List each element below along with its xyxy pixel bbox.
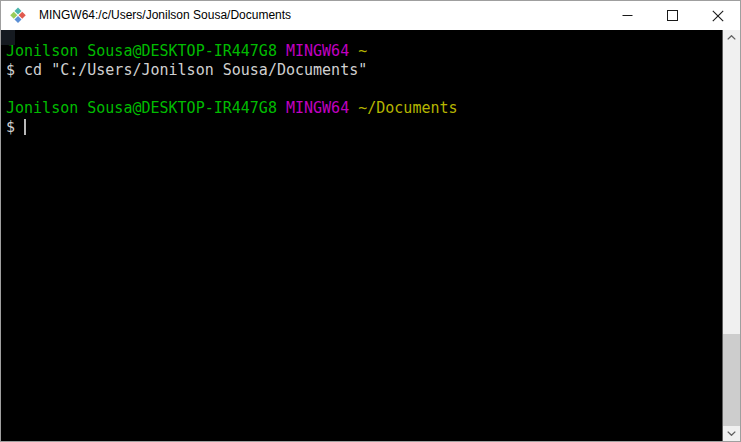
faint-artifact: [1, 30, 15, 45]
maximize-icon: [667, 10, 678, 21]
scrollbar-down-button[interactable]: [723, 426, 740, 441]
chevron-up-icon: [727, 35, 736, 40]
terminal-body: Jonilson Sousa@DESKTOP-IR447G8 MINGW64 ~…: [1, 30, 740, 441]
terminal-line: [6, 80, 722, 99]
terminal-text-segment: MINGW64: [286, 42, 358, 60]
scrollbar[interactable]: [722, 30, 740, 441]
chevron-down-icon: [727, 431, 736, 436]
terminal-output[interactable]: Jonilson Sousa@DESKTOP-IR447G8 MINGW64 ~…: [1, 30, 722, 441]
maximize-button[interactable]: [650, 1, 695, 30]
msys-diamond-icon: [10, 7, 27, 24]
window-controls: [605, 1, 740, 30]
titlebar[interactable]: MINGW64:/c/Users/Jonilson Sousa/Document…: [1, 1, 740, 30]
terminal-text-segment: ~/Documents: [358, 99, 457, 117]
close-button[interactable]: [695, 1, 740, 30]
terminal-line: $: [6, 118, 722, 137]
terminal-text-segment: Jonilson Sousa@DESKTOP-IR447G8: [6, 42, 286, 60]
terminal-text-segment: Jonilson Sousa@DESKTOP-IR447G8: [6, 99, 286, 117]
minimize-icon: [622, 10, 633, 21]
terminal-lines: Jonilson Sousa@DESKTOP-IR447G8 MINGW64 ~…: [6, 42, 722, 137]
terminal-cursor: [24, 119, 26, 135]
terminal-text-segment: $ cd "C:/Users/Jonilson Sousa/Documents": [6, 61, 367, 79]
minimize-button[interactable]: [605, 1, 650, 30]
terminal-text-segment: $: [6, 118, 24, 136]
terminal-line: Jonilson Sousa@DESKTOP-IR447G8 MINGW64 ~: [6, 42, 722, 61]
terminal-text-segment: ~: [358, 42, 367, 60]
scrollbar-track[interactable]: [723, 45, 740, 426]
window-title: MINGW64:/c/Users/Jonilson Sousa/Document…: [39, 1, 605, 30]
terminal-text-segment: MINGW64: [286, 99, 358, 117]
scrollbar-up-button[interactable]: [723, 30, 740, 45]
app-icon[interactable]: [10, 8, 26, 24]
terminal-line: Jonilson Sousa@DESKTOP-IR447G8 MINGW64 ~…: [6, 99, 722, 118]
scrollbar-thumb[interactable]: [723, 334, 740, 426]
terminal-window: MINGW64:/c/Users/Jonilson Sousa/Document…: [0, 0, 741, 442]
terminal-line: $ cd "C:/Users/Jonilson Sousa/Documents": [6, 61, 722, 80]
close-icon: [712, 10, 724, 22]
